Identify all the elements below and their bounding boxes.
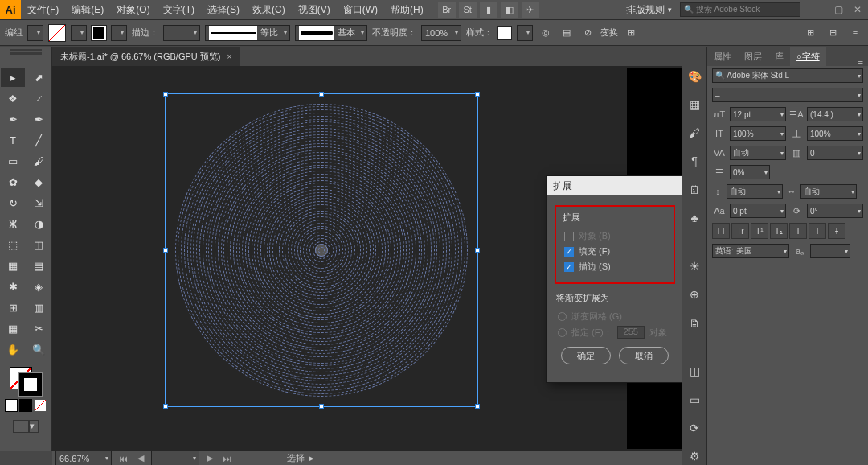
stroke-weight-field[interactable]	[163, 25, 200, 41]
type-tool[interactable]: T	[1, 130, 25, 150]
align-icon[interactable]: ▤	[559, 25, 575, 41]
recolor-icon[interactable]: ◎	[538, 25, 554, 41]
hand-tool[interactable]: ✋	[1, 339, 25, 359]
rot-h-field[interactable]: 自动	[727, 184, 783, 199]
variable-width-profile[interactable]: 基本	[295, 25, 367, 41]
menu-select[interactable]: 选择(S)	[201, 0, 246, 19]
font-style-field[interactable]: –	[712, 88, 863, 102]
font-size-field[interactable]: 12 pt	[730, 107, 786, 121]
share-icon[interactable]: ✈	[522, 2, 539, 18]
gpu-preview-icon[interactable]: ◧	[501, 2, 518, 18]
font-family-field[interactable]: 🔍 Adobe 宋体 Std L	[712, 68, 863, 83]
caps-button-3[interactable]: T₁	[770, 223, 788, 239]
magic-wand-tool[interactable]: ❖	[1, 88, 25, 108]
color-mode-gradient[interactable]	[19, 399, 32, 412]
checkbox-stroke-row[interactable]: ✓ 描边 (S)	[561, 259, 669, 274]
layers-panel-icon[interactable]: 🗎	[685, 315, 704, 331]
maximize-icon[interactable]: ▢	[833, 4, 844, 15]
kerning-field[interactable]: 自动	[730, 146, 786, 160]
menu-help[interactable]: 帮助(H)	[384, 0, 430, 19]
artwork-spiral[interactable]	[166, 94, 477, 406]
menu-view[interactable]: 视图(V)	[292, 0, 337, 19]
workspace-switcher[interactable]: 排版规则	[626, 3, 672, 17]
selection-tool[interactable]: ▸	[1, 68, 25, 87]
color-panel-icon[interactable]: 🎨	[685, 68, 704, 84]
direct-selection-tool[interactable]: ⬈	[27, 68, 51, 87]
width-tool[interactable]: ⵣ	[1, 214, 25, 233]
opacity-field[interactable]: 100%	[421, 25, 461, 41]
menu-edit[interactable]: 编辑(E)	[65, 0, 110, 19]
lasso-tool[interactable]: ⟋	[27, 88, 51, 108]
fill-stroke-control[interactable]	[10, 367, 42, 396]
fill-swatch[interactable]	[48, 24, 66, 42]
line-tool[interactable]: ╱	[27, 130, 51, 150]
tab-libraries[interactable]: 库	[768, 47, 790, 66]
control-opt1-icon[interactable]: ⊞	[802, 25, 818, 41]
eyedropper-tool[interactable]: ✱	[1, 277, 25, 296]
isolate-icon[interactable]: ⊘	[579, 25, 596, 41]
asset-export-panel-icon[interactable]: ◫	[685, 363, 704, 380]
paintbrush-tool[interactable]: 🖌	[27, 151, 51, 171]
ok-button[interactable]: 确定	[561, 347, 611, 364]
graphic-style-swatch[interactable]	[497, 26, 512, 40]
actions-panel-icon[interactable]: ⚙	[685, 448, 704, 465]
links-panel-icon[interactable]: ⟳	[685, 419, 704, 436]
stock-icon[interactable]: St	[459, 2, 477, 18]
selection-bounds[interactable]	[165, 93, 478, 407]
symbols-panel-icon[interactable]: 🗓	[685, 181, 704, 198]
appearance-panel-icon[interactable]: ☀	[685, 257, 704, 274]
gradient-tool[interactable]: ▤	[27, 256, 51, 275]
artboards-panel-icon[interactable]: ▭	[685, 391, 704, 408]
transparency-panel-icon[interactable]: ⊕	[685, 286, 704, 303]
tab-properties[interactable]: 属性	[707, 47, 738, 66]
brushes-panel-icon[interactable]: 🖌	[685, 125, 704, 142]
curvature-tool[interactable]: ✒	[27, 109, 51, 129]
slice-tool[interactable]: ✂	[27, 319, 51, 338]
document-tab[interactable]: 未标题-1.ai* @ 66.67% (RGB/GPU 预览) ×	[52, 47, 240, 66]
paragraph-panel-icon[interactable]: ¶	[685, 153, 704, 170]
panel-options-icon[interactable]: ≡	[854, 56, 868, 66]
menu-object[interactable]: 对象(O)	[110, 0, 156, 19]
rectangle-tool[interactable]: ▭	[1, 151, 25, 171]
caps-button-6[interactable]: Ŧ	[828, 223, 845, 239]
eraser-tool[interactable]: ◆	[27, 172, 51, 191]
swatches-panel-icon[interactable]: ▦	[685, 96, 704, 113]
tab-character[interactable]: ○字符	[790, 47, 826, 66]
hscale-field[interactable]: 100%	[807, 126, 863, 141]
panel-grip[interactable]	[10, 49, 42, 51]
caps-button-0[interactable]: TT	[712, 223, 730, 239]
menu-file[interactable]: 文件(F)	[21, 0, 65, 19]
dialog-title[interactable]: 扩展	[547, 176, 682, 195]
zoom-field[interactable]: 66.67%	[55, 451, 112, 466]
screen-mode[interactable]: ▾	[13, 420, 39, 433]
handle-bc[interactable]	[319, 404, 324, 409]
tracking-field[interactable]: 0	[807, 146, 863, 160]
pen-tool[interactable]: ✒	[1, 109, 25, 129]
handle-ml[interactable]	[163, 248, 168, 253]
stroke-swatch[interactable]	[92, 26, 106, 40]
close-tab-icon[interactable]: ×	[227, 52, 231, 61]
checkbox-stroke[interactable]: ✓	[564, 262, 574, 272]
checkbox-fill[interactable]: ✓	[564, 247, 574, 257]
color-mode-none[interactable]	[34, 399, 47, 412]
vscale-field[interactable]: 100%	[730, 126, 786, 141]
control-opt-menu-icon[interactable]: ≡	[847, 25, 863, 41]
caps-button-1[interactable]: Tr	[731, 223, 749, 239]
caps-button-5[interactable]: T	[809, 223, 826, 239]
free-transform-tool[interactable]: ◑	[27, 214, 51, 233]
selection-menu[interactable]	[27, 25, 43, 41]
canvas[interactable]: 扩展 扩展 对象 (B) ✓ 填充 (F) ✓ 描边 (S) 将渐变扩展为	[52, 66, 682, 451]
perspective-grid-tool[interactable]: ◫	[27, 235, 51, 254]
mesh-tool[interactable]: ▦	[1, 256, 25, 275]
close-icon[interactable]: ✕	[852, 4, 863, 15]
checkbox-fill-row[interactable]: ✓ 填充 (F)	[561, 244, 669, 259]
menu-type[interactable]: 文字(T)	[157, 0, 201, 19]
menu-window[interactable]: 窗口(W)	[337, 0, 384, 19]
fill-menu[interactable]	[71, 25, 87, 41]
control-opt2-icon[interactable]: ⊟	[825, 25, 841, 41]
baseline-pct-field[interactable]: 0%	[730, 165, 770, 179]
language-field[interactable]: 英语: 美国	[712, 244, 789, 258]
symbol-sprayer-tool[interactable]: ⊞	[1, 298, 25, 317]
handle-tc[interactable]	[319, 92, 324, 97]
baseline-shift-field[interactable]: 0 pt	[730, 204, 786, 218]
